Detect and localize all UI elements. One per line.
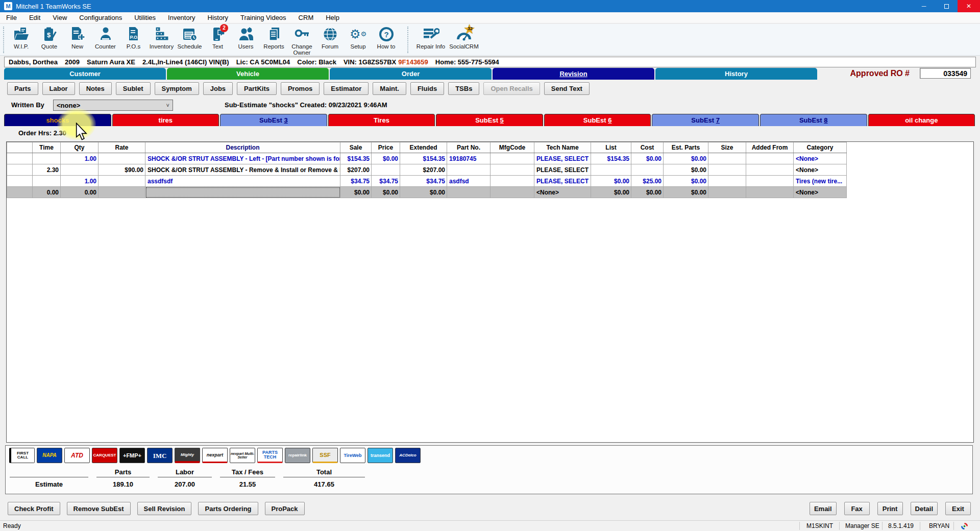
sell-revision-button[interactable]: Sell Revision: [137, 502, 192, 515]
menu-utilities[interactable]: Utilities: [134, 14, 156, 21]
atd-logo-button[interactable]: ATD: [64, 448, 90, 463]
inventory-button[interactable]: Inventory: [148, 26, 176, 50]
print-button[interactable]: Print: [877, 502, 903, 515]
tab-customer[interactable]: Customer: [4, 68, 166, 80]
row-selector[interactable]: [7, 176, 33, 187]
reports-button[interactable]: Reports: [260, 26, 288, 50]
quote-button[interactable]: $ Quote: [35, 26, 63, 50]
mighty-logo-button[interactable]: Mighty: [175, 448, 200, 463]
col-header-selector[interactable]: [7, 142, 33, 153]
tab-revision[interactable]: Revision: [493, 68, 654, 80]
sublet-button[interactable]: Sublet: [116, 82, 151, 95]
promos-button[interactable]: Promos: [281, 82, 320, 95]
col-header-partno[interactable]: Part No.: [447, 142, 491, 153]
remove-subest-button[interactable]: Remove SubEst: [67, 502, 131, 515]
table-row-selected[interactable]: 0.00 0.00 $0.00 $0.00 $0.00 <None> $0.00…: [7, 187, 847, 198]
col-header-size[interactable]: Size: [708, 142, 746, 153]
exit-button[interactable]: Exit: [945, 502, 971, 515]
fax-button[interactable]: Fax: [844, 502, 870, 515]
table-row[interactable]: 2.30 $90.00 SHOCK &/OR STRUT ASSEMBLY - …: [7, 164, 847, 176]
schedule-button[interactable]: Schedule: [176, 26, 204, 50]
labor-button[interactable]: Labor: [42, 82, 75, 95]
tireweb-logo-button[interactable]: TireWeb: [340, 448, 365, 463]
email-button[interactable]: Email: [810, 502, 837, 515]
subest-tab-3[interactable]: SubEst 3: [220, 114, 327, 126]
menu-history[interactable]: History: [208, 14, 228, 21]
send-text-button[interactable]: Send Text: [544, 82, 590, 95]
change-owner-button[interactable]: Change Owner: [288, 26, 316, 56]
tab-vehicle[interactable]: Vehicle: [167, 68, 329, 80]
acdelco-logo-button[interactable]: ACDelco: [395, 448, 421, 463]
jobs-button[interactable]: Jobs: [203, 82, 233, 95]
tsbs-button[interactable]: TSBs: [448, 82, 479, 95]
propack-button[interactable]: ProPack: [265, 502, 305, 515]
row-selector[interactable]: [7, 164, 33, 176]
col-header-cost[interactable]: Cost: [631, 142, 664, 153]
firstcall-logo-button[interactable]: FIRST CALL: [9, 448, 35, 463]
setup-button[interactable]: ⚙⚙ Setup: [344, 26, 372, 50]
menu-crm[interactable]: CRM: [299, 14, 314, 21]
minimize-button[interactable]: ─: [913, 0, 935, 12]
forum-button[interactable]: Forum: [316, 26, 344, 50]
written-by-select[interactable]: <none> ˅: [53, 100, 173, 111]
imc-logo-button[interactable]: IMC: [147, 448, 173, 463]
menu-training-videos[interactable]: Training Videos: [240, 14, 286, 21]
tab-order[interactable]: Order: [330, 68, 492, 80]
subest-tab-shocks[interactable]: shocks: [4, 114, 111, 126]
fmp-logo-button[interactable]: +FMP+: [119, 448, 145, 463]
detail-button[interactable]: Detail: [911, 502, 938, 515]
menu-file[interactable]: File: [6, 14, 17, 21]
symptom-button[interactable]: Symptom: [155, 82, 199, 95]
menu-edit[interactable]: Edit: [29, 14, 40, 21]
subest-tab-tires2[interactable]: Tires: [328, 114, 435, 126]
col-header-estparts[interactable]: Est. Parts: [664, 142, 708, 153]
col-header-mfgcode[interactable]: MfgCode: [491, 142, 534, 153]
subest-tab-7[interactable]: SubEst 7: [652, 114, 759, 126]
pos-button[interactable]: P.O. P.O.s: [119, 26, 148, 50]
col-header-category[interactable]: Category: [794, 142, 847, 153]
nexpart-multiseller-logo-button[interactable]: nexpart Multi-Seller: [230, 448, 255, 463]
menu-inventory[interactable]: Inventory: [168, 14, 195, 21]
howto-button[interactable]: ? How to: [372, 26, 400, 50]
close-button[interactable]: ✕: [958, 0, 980, 12]
fluids-button[interactable]: Fluids: [410, 82, 444, 95]
subest-tab-5[interactable]: SubEst 5: [436, 114, 543, 126]
col-header-price[interactable]: Price: [372, 142, 400, 153]
users-button[interactable]: Users: [232, 26, 260, 50]
row-selector[interactable]: [7, 153, 33, 164]
nexpart-logo-button[interactable]: nexpart: [202, 448, 228, 463]
partkits-button[interactable]: PartKits: [237, 82, 277, 95]
ssf-logo-button[interactable]: SSF: [312, 448, 338, 463]
table-row[interactable]: 1.00 assdfsdf $34.75 $34.75 $34.75 asdfs…: [7, 176, 847, 187]
maint-button[interactable]: Maint.: [373, 82, 406, 95]
col-header-time[interactable]: Time: [33, 142, 61, 153]
napa-logo-button[interactable]: NAPA: [37, 448, 62, 463]
subest-tab-6[interactable]: SubEst 6: [544, 114, 651, 126]
repairlink-logo-button[interactable]: repairlink: [285, 448, 310, 463]
table-row[interactable]: 1.00 SHOCK &/OR STRUT ASSEMBLY - Left - …: [7, 153, 847, 164]
subest-tab-tires[interactable]: tires: [112, 114, 219, 126]
socialcrm-button[interactable]: ★ 32 SocialCRM: [447, 26, 481, 50]
transend-logo-button[interactable]: transend: [368, 448, 393, 463]
subest-tab-8[interactable]: SubEst 8: [760, 114, 867, 126]
menu-view[interactable]: View: [53, 14, 67, 21]
carquest-logo-button[interactable]: CARQUEST: [92, 448, 117, 463]
col-header-sale[interactable]: Sale: [340, 142, 372, 153]
text-button[interactable]: 2 Text: [204, 26, 232, 50]
row-selector[interactable]: [7, 187, 33, 198]
check-profit-button[interactable]: Check Profit: [8, 502, 60, 515]
col-header-techname[interactable]: Tech Name: [534, 142, 591, 153]
tab-history[interactable]: History: [655, 68, 817, 80]
parts-button[interactable]: Parts: [7, 82, 38, 95]
estimator-button[interactable]: Estimator: [324, 82, 369, 95]
new-button[interactable]: New: [63, 26, 91, 50]
col-header-list[interactable]: List: [591, 142, 631, 153]
col-header-extended[interactable]: Extended: [400, 142, 447, 153]
focused-cell[interactable]: [145, 187, 340, 198]
partstech-logo-button[interactable]: PARTS TECH: [257, 448, 283, 463]
col-header-description[interactable]: Description: [145, 142, 340, 153]
col-header-addedfrom[interactable]: Added From: [746, 142, 794, 153]
menu-help[interactable]: Help: [326, 14, 339, 21]
subest-tab-oil-change[interactable]: oil change: [868, 114, 975, 126]
menu-configurations[interactable]: Configurations: [79, 14, 122, 21]
